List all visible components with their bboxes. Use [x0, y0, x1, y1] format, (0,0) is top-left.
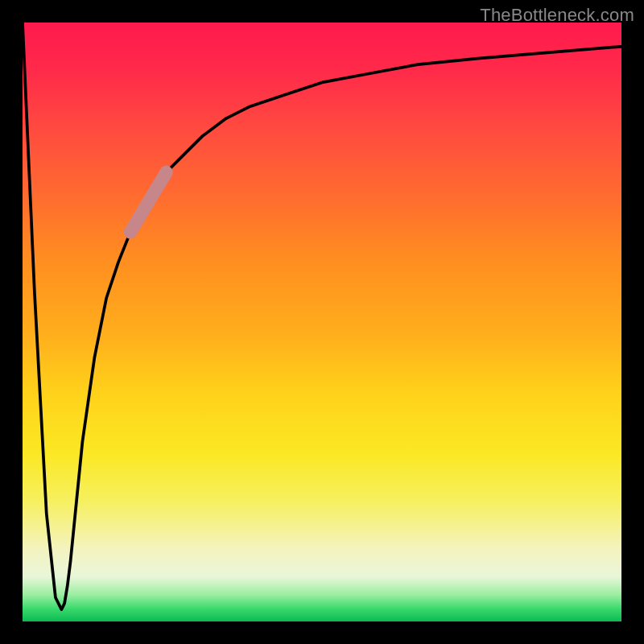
highlight-segment: [130, 172, 167, 232]
chart-frame: TheBottleneck.com: [0, 0, 644, 644]
watermark-text: TheBottleneck.com: [480, 5, 634, 26]
curve-layer: [23, 23, 621, 621]
plot-area: [23, 23, 621, 621]
bottleneck-curve: [23, 23, 621, 609]
